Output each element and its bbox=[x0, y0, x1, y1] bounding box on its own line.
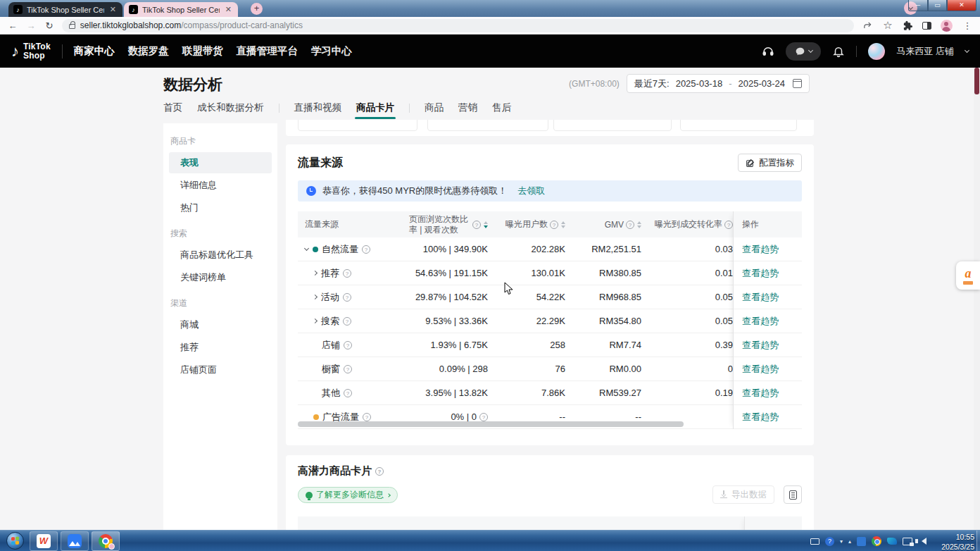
info-icon[interactable]: ? bbox=[472, 221, 481, 229]
info-icon[interactable]: ? bbox=[344, 365, 352, 373]
report-list-button[interactable] bbox=[784, 485, 802, 504]
nav-item[interactable]: 学习中心 bbox=[311, 44, 352, 58]
sidebar-item[interactable]: 店铺页面 bbox=[169, 359, 272, 380]
browser-tab-inactive[interactable]: ♪ TikTok Shop Seller Center | Cro ✕ bbox=[8, 2, 122, 17]
browser-tab-active[interactable]: ♪ TikTok Shop Seller Center | Cro ✕ bbox=[124, 2, 238, 17]
start-button[interactable] bbox=[6, 532, 24, 550]
tray-app-icon[interactable] bbox=[857, 537, 866, 546]
show-desktop-button[interactable] bbox=[976, 531, 980, 551]
tray-teal-app-icon[interactable] bbox=[887, 538, 897, 545]
forward-button[interactable]: → bbox=[25, 20, 37, 31]
info-icon[interactable]: ? bbox=[343, 317, 351, 326]
info-icon[interactable]: ? bbox=[479, 413, 488, 421]
view-trend-link[interactable]: 查看趋势 bbox=[742, 339, 779, 352]
info-icon[interactable]: ? bbox=[343, 269, 351, 278]
tray-window-icon[interactable] bbox=[810, 538, 819, 545]
expand-icon[interactable] bbox=[313, 271, 318, 276]
tray-help-icon[interactable]: ? bbox=[825, 537, 834, 546]
info-icon[interactable]: ? bbox=[344, 389, 352, 397]
new-tab-button[interactable]: + bbox=[251, 3, 263, 15]
column-header[interactable]: 曝光到成交转化率? bbox=[641, 218, 733, 230]
nav-item[interactable]: 数据罗盘 bbox=[128, 44, 169, 58]
nav-item[interactable]: 联盟带货 bbox=[182, 44, 223, 58]
analytics-tab[interactable]: 营销 bbox=[458, 101, 477, 114]
analytics-tab[interactable]: 商品 bbox=[425, 101, 444, 114]
side-panel-icon[interactable] bbox=[922, 22, 931, 30]
network-icon[interactable] bbox=[903, 538, 912, 545]
minimize-button[interactable]: ─ bbox=[908, 0, 928, 11]
sidebar-item[interactable]: 详细信息 bbox=[169, 175, 272, 196]
close-button[interactable]: ✕ bbox=[947, 0, 976, 11]
nav-item[interactable]: 直播管理平台 bbox=[237, 44, 298, 58]
info-icon[interactable]: ? bbox=[724, 221, 733, 229]
analytics-tab[interactable]: 售后 bbox=[492, 101, 511, 114]
store-name[interactable]: 马来西亚 店铺 bbox=[896, 45, 954, 58]
scrollbar-thumb[interactable] bbox=[974, 68, 979, 94]
messages-button[interactable] bbox=[786, 42, 821, 61]
view-trend-link[interactable]: 查看趋势 bbox=[742, 387, 779, 400]
taskbar-chrome-button[interactable] bbox=[92, 531, 120, 551]
date-range-picker[interactable]: 最近7天: 2025-03-18 - 2025-03-24 bbox=[627, 74, 810, 93]
reload-button[interactable]: ↻ bbox=[44, 20, 55, 31]
info-icon[interactable]: ? bbox=[362, 245, 370, 254]
profile-avatar-icon[interactable] bbox=[941, 20, 953, 32]
column-header[interactable]: 曝光用户数? bbox=[488, 218, 565, 230]
tab-close-icon[interactable]: ✕ bbox=[108, 5, 118, 14]
sidebar-item[interactable]: 推荐 bbox=[169, 337, 272, 358]
view-trend-link[interactable]: 查看趋势 bbox=[742, 243, 779, 256]
view-trend-link[interactable]: 查看趋势 bbox=[742, 291, 779, 304]
info-icon[interactable]: ? bbox=[344, 341, 352, 349]
address-bar[interactable]: seller.tiktokglobalshop.com/compass/prod… bbox=[62, 19, 854, 32]
view-trend-link[interactable]: 查看趋势 bbox=[742, 315, 779, 328]
nav-item[interactable]: 商家中心 bbox=[74, 44, 115, 58]
info-icon[interactable]: ? bbox=[550, 221, 558, 229]
menu-dots-icon[interactable]: ⋮ bbox=[962, 20, 973, 31]
extensions-puzzle-icon[interactable] bbox=[903, 20, 913, 31]
notification-bell-icon[interactable] bbox=[832, 45, 845, 58]
sidebar-item[interactable]: 关键词榜单 bbox=[169, 267, 272, 288]
info-icon[interactable]: ? bbox=[375, 467, 384, 476]
analytics-tab[interactable]: 成长和数据分析 bbox=[197, 101, 264, 114]
tab-close-icon[interactable]: ✕ bbox=[224, 5, 233, 14]
headset-support-icon[interactable] bbox=[762, 45, 774, 58]
sidebar-item[interactable]: 商城 bbox=[169, 314, 272, 335]
view-trend-link[interactable]: 查看趋势 bbox=[742, 363, 779, 376]
page-scrollbar[interactable] bbox=[974, 68, 980, 530]
taskbar-app-button[interactable] bbox=[61, 531, 89, 551]
analytics-tab[interactable]: 商品卡片 bbox=[356, 101, 394, 114]
stat-card-partial[interactable] bbox=[427, 120, 548, 131]
tray-caret-icon[interactable]: ▾ bbox=[840, 538, 843, 545]
column-header[interactable]: GMV? bbox=[565, 220, 641, 230]
expand-icon[interactable] bbox=[313, 295, 318, 299]
sidebar-item[interactable]: 热门 bbox=[169, 197, 272, 218]
stat-card-partial[interactable] bbox=[680, 120, 797, 131]
view-trend-link[interactable]: 查看趋势 bbox=[742, 411, 779, 423]
speaker-icon[interactable] bbox=[918, 538, 926, 545]
view-trend-link[interactable]: 查看趋势 bbox=[742, 267, 779, 280]
claim-coupon-link[interactable]: 去领取 bbox=[517, 185, 545, 197]
info-icon[interactable]: ? bbox=[343, 293, 351, 302]
export-data-button[interactable]: 导出数据 bbox=[712, 485, 774, 504]
maximize-button[interactable]: ▭ bbox=[928, 0, 947, 11]
share-icon[interactable] bbox=[862, 20, 873, 30]
stat-card-partial[interactable] bbox=[298, 120, 417, 131]
back-button[interactable]: ← bbox=[7, 20, 18, 31]
expand-collapse-icon[interactable] bbox=[304, 246, 309, 251]
info-icon[interactable]: ? bbox=[626, 221, 634, 229]
tray-chrome-icon[interactable] bbox=[872, 536, 881, 546]
sidebar-item[interactable]: 表现 bbox=[169, 152, 272, 173]
bookmark-star-icon[interactable]: ☆ bbox=[882, 19, 893, 32]
tray-show-hidden-icon[interactable]: ▴ bbox=[848, 538, 851, 545]
taskbar-wps-button[interactable]: W bbox=[30, 531, 58, 551]
tiktok-shop-logo[interactable]: ♪ TikTokShop bbox=[11, 42, 51, 61]
analytics-tab[interactable]: 直播和视频 bbox=[294, 101, 342, 114]
analytics-tab[interactable]: 首页 bbox=[163, 101, 182, 114]
diagnosis-info-link[interactable]: 了解更多诊断信息 bbox=[298, 487, 398, 503]
info-icon[interactable]: ? bbox=[363, 413, 371, 421]
ali-floating-widget[interactable]: a bbox=[956, 261, 980, 290]
store-avatar[interactable] bbox=[868, 43, 885, 60]
sidebar-item[interactable]: 商品标题优化工具 bbox=[169, 244, 272, 266]
horizontal-scrollbar-thumb[interactable] bbox=[298, 421, 684, 427]
column-header[interactable]: 流量来源 bbox=[298, 218, 409, 230]
configure-metrics-button[interactable]: 配置指标 bbox=[738, 154, 802, 172]
